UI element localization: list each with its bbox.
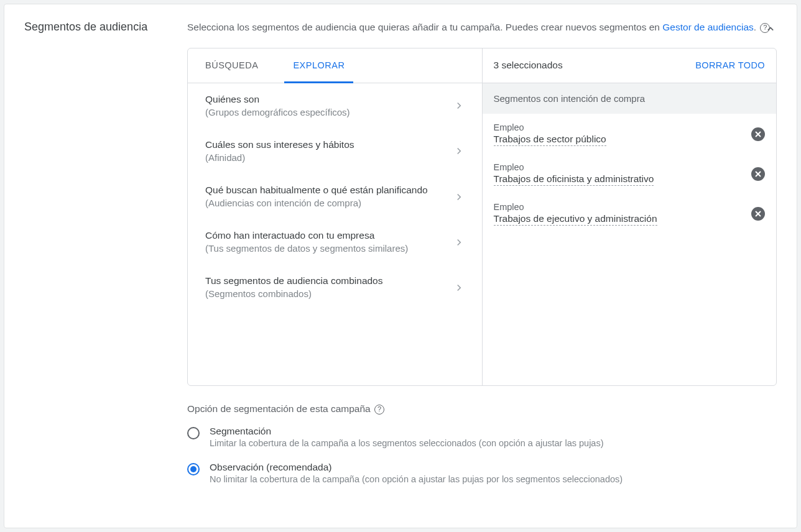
- selected-item: EmpleoTrabajos de ejecutivo y administra…: [483, 193, 777, 233]
- radio-targeting[interactable]: Segmentación Limitar la cobertura de la …: [187, 426, 777, 448]
- explore-item-subtitle: (Audiencias con intención de compra): [205, 197, 453, 209]
- radio-label: Observación (recomendada): [210, 462, 623, 473]
- audience-manager-link[interactable]: Gestor de audiencias: [662, 22, 753, 32]
- remove-item-button[interactable]: [751, 207, 765, 221]
- radio-observation[interactable]: Observación (recomendada) No limitar la …: [187, 462, 777, 484]
- selected-item-name[interactable]: Trabajos de sector público: [494, 134, 606, 146]
- explore-item-subtitle: (Tus segmentos de datos y segmentos simi…: [205, 242, 453, 255]
- section-title: Segmentos de audiencia: [24, 21, 187, 34]
- targeting-option-section: Opción de segmentación de esta campaña ?…: [187, 403, 777, 484]
- tabs: BÚSQUEDA EXPLORAR: [188, 48, 482, 83]
- remove-item-button[interactable]: [751, 167, 765, 181]
- tab-search[interactable]: BÚSQUEDA: [188, 48, 275, 83]
- explore-item-subtitle: (Segmentos combinados): [205, 288, 453, 300]
- selected-item: EmpleoTrabajos de sector público: [483, 114, 777, 154]
- explore-item[interactable]: Tus segmentos de audiencia combinados(Se…: [188, 265, 482, 310]
- selected-item-category: Empleo: [494, 202, 746, 212]
- selected-group-header: Segmentos con intención de compra: [483, 83, 777, 114]
- selected-panel: 3 seleccionados BORRAR TODO Segmentos co…: [483, 48, 777, 385]
- selected-item-category: Empleo: [494, 162, 746, 172]
- explore-item-title: Quiénes son: [205, 93, 453, 106]
- targeting-title: Opción de segmentación de esta campaña ?: [187, 403, 777, 415]
- explore-item-subtitle: (Grupos demográficos específicos): [205, 106, 453, 119]
- intro-text: Selecciona los segmentos de audiencia qu…: [187, 21, 777, 34]
- explore-panel: BÚSQUEDA EXPLORAR Quiénes son(Grupos dem…: [188, 48, 483, 385]
- segment-picker: BÚSQUEDA EXPLORAR Quiénes son(Grupos dem…: [187, 48, 777, 386]
- radio-label: Segmentación: [210, 426, 604, 437]
- radio-icon: [187, 463, 200, 475]
- collapse-section-button[interactable]: [764, 23, 777, 35]
- radio-description: No limitar la cobertura de la campaña (c…: [210, 474, 623, 484]
- selected-count: 3 seleccionados: [494, 60, 563, 71]
- chevron-right-icon: [453, 191, 465, 203]
- chevron-right-icon: [453, 237, 465, 248]
- explore-item[interactable]: Qué buscan habitualmente o qué están pla…: [188, 174, 482, 219]
- explore-item-title: Cuáles son sus intereses y hábitos: [205, 139, 453, 152]
- selected-item: EmpleoTrabajos de oficinista y administr…: [483, 154, 777, 193]
- clear-all-button[interactable]: BORRAR TODO: [695, 60, 765, 70]
- explore-item[interactable]: Cómo han interactuado con tu empresa(Tus…: [188, 219, 482, 265]
- chevron-right-icon: [453, 145, 465, 157]
- explore-item-title: Tus segmentos de audiencia combinados: [205, 275, 453, 288]
- explore-list: Quiénes son(Grupos demográficos específi…: [188, 83, 482, 385]
- selected-item-name[interactable]: Trabajos de oficinista y administrativo: [494, 173, 654, 186]
- selected-item-name[interactable]: Trabajos de ejecutivo y administración: [494, 213, 657, 226]
- chevron-right-icon: [453, 100, 465, 111]
- explore-item[interactable]: Cuáles son sus intereses y hábitos(Afini…: [188, 129, 482, 174]
- explore-item[interactable]: Quiénes son(Grupos demográficos específi…: [188, 83, 482, 129]
- help-icon[interactable]: ?: [374, 405, 384, 415]
- explore-item-title: Cómo han interactuado con tu empresa: [205, 229, 453, 242]
- explore-item-subtitle: (Afinidad): [205, 152, 453, 164]
- selected-item-category: Empleo: [494, 122, 746, 132]
- explore-item-title: Qué buscan habitualmente o qué están pla…: [205, 184, 453, 197]
- remove-item-button[interactable]: [751, 127, 765, 141]
- radio-description: Limitar la cobertura de la campaña a los…: [210, 438, 604, 448]
- radio-icon: [187, 427, 200, 439]
- audience-segments-card: Segmentos de audiencia Selecciona los se…: [4, 4, 797, 528]
- selected-list: EmpleoTrabajos de sector públicoEmpleoTr…: [483, 114, 777, 233]
- tab-explore[interactable]: EXPLORAR: [275, 48, 362, 83]
- chevron-right-icon: [453, 282, 465, 293]
